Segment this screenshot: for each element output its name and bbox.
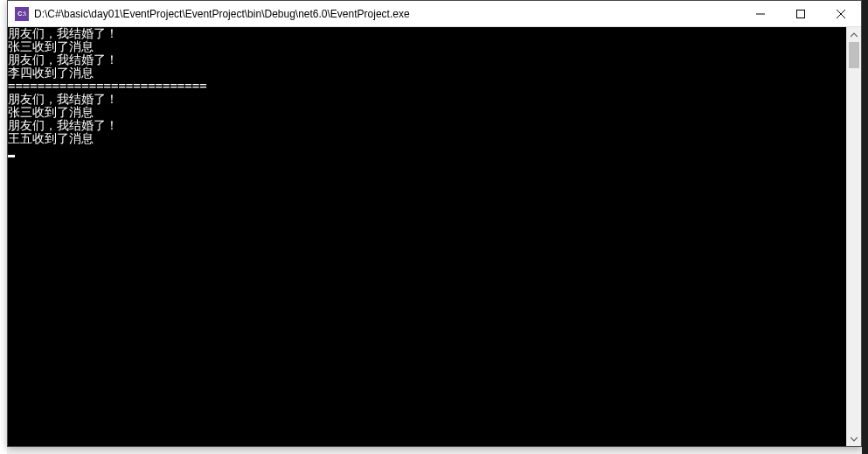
app-icon: C:\ xyxy=(15,7,29,21)
console-cursor-line xyxy=(8,145,846,158)
scroll-down-button[interactable] xyxy=(847,431,861,446)
console-line: 朋友们，我结婚了！ xyxy=(8,119,846,132)
scroll-track[interactable] xyxy=(847,42,861,431)
svg-rect-1 xyxy=(797,10,805,17)
chevron-down-icon xyxy=(851,436,858,443)
console-line: 王五收到了消息 xyxy=(8,132,846,145)
console-area: 朋友们，我结婚了！张三收到了消息朋友们，我结婚了！李四收到了消息========… xyxy=(8,27,861,446)
maximize-icon xyxy=(796,10,805,18)
chevron-up-icon xyxy=(851,31,858,38)
minimize-button[interactable] xyxy=(740,1,781,26)
close-button[interactable] xyxy=(821,1,861,26)
close-icon xyxy=(837,10,845,18)
maximize-button[interactable] xyxy=(781,1,821,26)
console-line: 张三收到了消息 xyxy=(8,106,846,119)
console-output[interactable]: 朋友们，我结婚了！张三收到了消息朋友们，我结婚了！李四收到了消息========… xyxy=(8,27,846,446)
console-window: C:\ D:\C#\basic\day01\EventProject\Event… xyxy=(7,0,862,447)
window-title: D:\C#\basic\day01\EventProject\EventProj… xyxy=(34,8,740,20)
cursor xyxy=(8,155,15,157)
vertical-scrollbar[interactable] xyxy=(846,27,861,446)
console-line: 朋友们，我结婚了！ xyxy=(8,53,846,66)
console-line: 李四收到了消息 xyxy=(8,66,846,80)
window-controls xyxy=(740,1,861,26)
background-right-gutter xyxy=(862,0,868,454)
minimize-icon xyxy=(756,10,765,18)
scroll-up-button[interactable] xyxy=(847,27,861,42)
scroll-thumb[interactable] xyxy=(849,42,859,68)
console-line: 朋友们，我结婚了！ xyxy=(8,27,846,40)
console-line: =========================== xyxy=(8,80,846,93)
titlebar[interactable]: C:\ D:\C#\basic\day01\EventProject\Event… xyxy=(8,1,861,27)
console-line: 张三收到了消息 xyxy=(8,40,846,53)
console-line: 朋友们，我结婚了！ xyxy=(8,93,846,106)
background-left-gutter xyxy=(0,0,7,454)
